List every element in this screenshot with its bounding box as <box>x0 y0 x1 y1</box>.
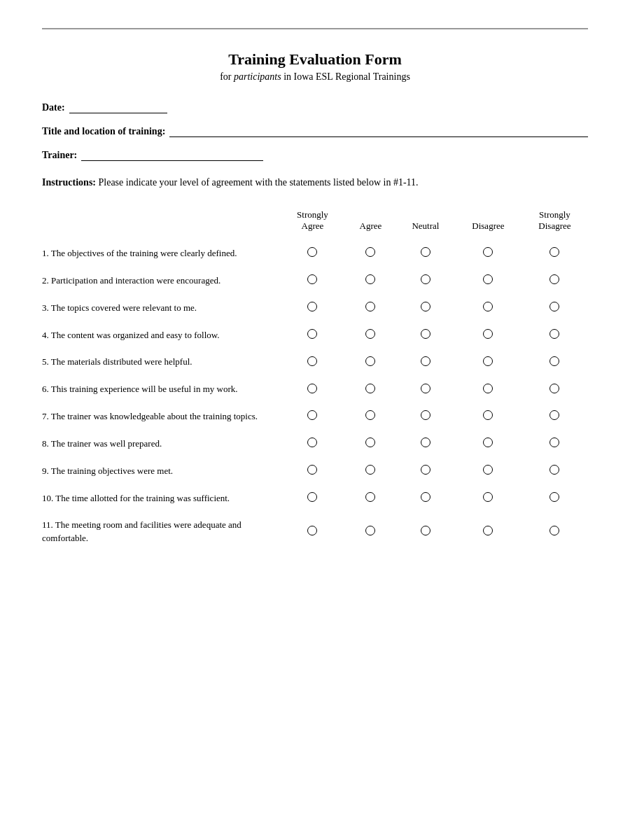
radio-button[interactable] <box>483 329 493 339</box>
radio-button[interactable] <box>421 526 430 536</box>
header-row: StronglyAgree Agree Neutral Disagree Str… <box>42 206 588 240</box>
radio-button[interactable] <box>550 410 559 420</box>
radio-button[interactable] <box>307 274 317 284</box>
radio-cell <box>396 485 455 512</box>
radio-cell <box>396 267 455 295</box>
question-text: 9. The training objectives were met. <box>42 458 280 485</box>
subtitle-pre: for <box>220 71 234 82</box>
question-text: 8. The trainer was well prepared. <box>42 430 280 458</box>
radio-button[interactable] <box>421 274 430 284</box>
radio-button[interactable] <box>365 302 375 312</box>
radio-button[interactable] <box>550 302 559 312</box>
radio-button[interactable] <box>365 329 375 339</box>
radio-button[interactable] <box>365 247 375 257</box>
radio-button[interactable] <box>483 302 493 312</box>
radio-button[interactable] <box>307 247 317 257</box>
radio-button[interactable] <box>483 438 493 447</box>
radio-button[interactable] <box>365 410 375 420</box>
radio-cell <box>522 349 588 376</box>
radio-button[interactable] <box>365 492 375 502</box>
radio-button[interactable] <box>421 356 430 366</box>
radio-button[interactable] <box>483 247 493 257</box>
radio-cell <box>522 485 588 512</box>
radio-button[interactable] <box>421 492 430 502</box>
radio-button[interactable] <box>421 302 430 312</box>
radio-button[interactable] <box>483 356 493 366</box>
radio-cell <box>280 485 345 512</box>
radio-button[interactable] <box>421 247 430 257</box>
radio-cell <box>522 403 588 430</box>
question-text: 10. The time allotted for the training w… <box>42 485 280 512</box>
radio-cell <box>522 322 588 349</box>
radio-cell <box>345 458 396 485</box>
radio-cell <box>522 267 588 295</box>
radio-cell <box>280 295 345 322</box>
radio-button[interactable] <box>365 526 375 536</box>
form-fields: Date: Title and location of training: Tr… <box>42 102 588 161</box>
radio-cell <box>522 512 588 552</box>
question-text: 5. The materials distributed were helpfu… <box>42 349 280 376</box>
question-col-header <box>42 206 280 240</box>
radio-cell <box>455 403 522 430</box>
title-location-input-line[interactable] <box>169 126 588 137</box>
radio-button[interactable] <box>307 492 317 502</box>
radio-button[interactable] <box>550 526 559 536</box>
radio-button[interactable] <box>550 329 559 339</box>
radio-cell <box>280 403 345 430</box>
radio-button[interactable] <box>550 384 559 393</box>
table-row: 6. This training experience will be usef… <box>42 376 588 403</box>
trainer-input-line[interactable] <box>81 150 263 161</box>
radio-button[interactable] <box>550 356 559 366</box>
table-row: 11. The meeting room and facilities were… <box>42 512 588 552</box>
radio-button[interactable] <box>483 492 493 502</box>
radio-button[interactable] <box>307 356 317 366</box>
radio-cell <box>280 458 345 485</box>
radio-button[interactable] <box>421 329 430 339</box>
radio-button[interactable] <box>483 465 493 475</box>
radio-cell <box>455 458 522 485</box>
question-text: 7. The trainer was knowledgeable about t… <box>42 403 280 430</box>
radio-button[interactable] <box>307 465 317 475</box>
instructions-bold: Instructions: <box>42 177 96 188</box>
radio-button[interactable] <box>550 465 559 475</box>
instructions-text: Instructions: Please indicate your level… <box>42 175 588 190</box>
instructions-body: Please indicate your level of agreement … <box>96 177 419 188</box>
radio-button[interactable] <box>483 384 493 393</box>
table-row: 10. The time allotted for the training w… <box>42 485 588 512</box>
radio-button[interactable] <box>421 384 430 393</box>
radio-button[interactable] <box>307 329 317 339</box>
radio-button[interactable] <box>307 438 317 447</box>
form-title: Training Evaluation Form <box>42 50 588 69</box>
date-input-line[interactable] <box>69 102 167 113</box>
radio-cell <box>280 512 345 552</box>
radio-button[interactable] <box>307 410 317 420</box>
radio-cell <box>345 430 396 458</box>
radio-button[interactable] <box>307 384 317 393</box>
radio-button[interactable] <box>421 438 430 447</box>
radio-button[interactable] <box>483 410 493 420</box>
radio-cell <box>345 512 396 552</box>
radio-button[interactable] <box>365 274 375 284</box>
table-header: StronglyAgree Agree Neutral Disagree Str… <box>42 206 588 240</box>
radio-button[interactable] <box>421 410 430 420</box>
radio-cell <box>396 458 455 485</box>
radio-button[interactable] <box>483 526 493 536</box>
radio-cell <box>280 430 345 458</box>
radio-button[interactable] <box>365 438 375 447</box>
radio-button[interactable] <box>307 526 317 536</box>
radio-button[interactable] <box>483 274 493 284</box>
radio-button[interactable] <box>550 274 559 284</box>
radio-button[interactable] <box>550 492 559 502</box>
radio-button[interactable] <box>421 465 430 475</box>
radio-button[interactable] <box>307 302 317 312</box>
radio-button[interactable] <box>365 356 375 366</box>
table-body: 1. The objectives of the training were c… <box>42 240 588 552</box>
radio-cell <box>522 458 588 485</box>
radio-button[interactable] <box>550 247 559 257</box>
radio-button[interactable] <box>365 384 375 393</box>
radio-button[interactable] <box>365 465 375 475</box>
radio-button[interactable] <box>550 438 559 447</box>
col-disagree: Disagree <box>455 206 522 240</box>
radio-cell <box>345 403 396 430</box>
col-strongly-disagree: StronglyDisagree <box>522 206 588 240</box>
